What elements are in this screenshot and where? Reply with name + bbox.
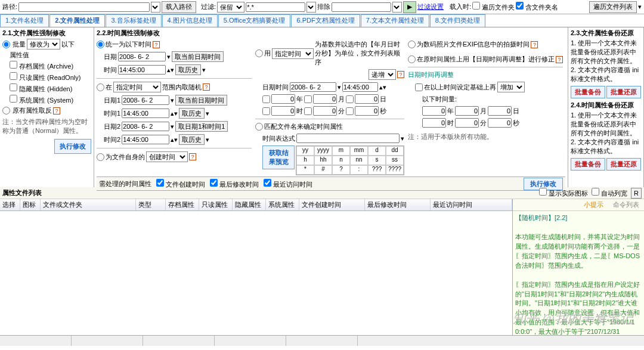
col-icon[interactable]: 图标 [20,199,41,210]
exclude-dropdown[interactable] [392,2,402,13]
calendar-icon[interactable]: ▾ [167,53,171,61]
exif-radio[interactable] [408,41,416,48]
inc-select[interactable]: 递增 [369,69,396,80]
date1-input[interactable] [122,95,169,105]
token-nn[interactable]: nn [350,156,368,165]
exclude-input[interactable] [332,2,391,12]
unify-radio[interactable] [97,41,104,48]
match-radio[interactable] [255,123,263,131]
dropdown-icon[interactable]: ▾ [638,3,642,11]
go-button[interactable]: ▶ [403,1,416,13]
col-hidden[interactable]: 隐藏属性 [233,199,266,210]
col-system[interactable]: 系统属性 [266,199,299,210]
calendar-icon[interactable]: ▾ [171,97,174,104]
token-yy[interactable]: yy [296,146,314,156]
range-radio[interactable] [97,83,104,91]
col-create[interactable]: 文件创建时间 [299,199,365,210]
year-check[interactable] [262,95,270,103]
help-icon[interactable]: ? [556,56,563,63]
tab-filename[interactable]: 1.文件名处理 [0,14,49,27]
tab-office[interactable]: 5.Office文档摘要处理 [218,14,291,27]
expr-input[interactable] [296,134,400,143]
filter-settings-link[interactable]: 过滤设置 [417,2,444,11]
batch-mode-select[interactable]: 修改为 [27,39,60,49]
second-check[interactable] [346,107,354,115]
token-colon[interactable]: : [350,165,368,175]
tab-file-attr[interactable]: 2.文件属性处理 [49,14,105,27]
adj-second[interactable] [488,118,512,128]
token-qqqq[interactable]: ???? [386,165,404,175]
help-icon[interactable]: ? [53,107,60,114]
time-input[interactable] [118,65,166,75]
r-button[interactable]: R [631,188,642,199]
get-now-button[interactable]: 取当前日期时间 [172,51,224,62]
invert-radio[interactable] [2,107,10,114]
help-icon[interactable]: ? [531,41,538,48]
year-input[interactable] [271,94,295,104]
hour-input[interactable] [271,106,295,116]
batch-radio[interactable] [2,41,10,48]
date2-input[interactable] [122,122,169,131]
token-s[interactable]: s [368,156,386,165]
history-button[interactable]: 取历史 [175,64,201,75]
second-input[interactable] [355,106,379,116]
path-input[interactable] [18,2,150,12]
token-n[interactable]: n [332,156,350,165]
calendar-icon[interactable]: ▾ [171,123,174,131]
token-d[interactable]: d [368,146,386,156]
spinner-icon[interactable]: ▴▾ [171,136,178,144]
system-check[interactable]: 系统属性 (System) [10,95,73,105]
dropdown-icon[interactable]: ▾ [206,110,209,117]
spinner-icon[interactable]: ▴▾ [171,110,178,117]
path-dropdown[interactable] [151,2,160,13]
token-qqq[interactable]: ??? [368,165,386,175]
tab-cmd[interactable]: 命令列表 [608,199,644,210]
file-list[interactable]: 选择 图标 文件或文件夹 类型 存档属性 只读属性 隐藏属性 系统属性 文件创建… [0,199,513,335]
exec21-button[interactable]: 执行修改 [54,139,91,154]
token-hash[interactable]: # [314,165,332,175]
month-check[interactable] [304,95,312,103]
range-mode-select[interactable]: 指定时间 [113,82,161,92]
dropdown-icon[interactable]: ▾ [202,66,206,74]
help-icon[interactable]: ? [153,41,160,48]
preview-button[interactable]: 获取结果预览 [262,145,295,169]
hour-check[interactable] [262,107,270,115]
backup23-button[interactable]: 批量备份 [571,86,605,98]
token-star[interactable]: * [296,165,314,175]
load-path-button[interactable]: 载入路径 [162,1,196,13]
time1-input[interactable] [122,109,169,118]
col-readonly[interactable]: 只读属性 [199,199,233,210]
col-path[interactable]: 文件或文件夹 [41,199,136,210]
tab-text-attr[interactable]: 7.文本文件属性处理 [361,14,429,27]
self-radio[interactable] [97,153,104,161]
help-icon[interactable]: ? [203,83,210,91]
tab-classify[interactable]: 8.文件归类处理 [430,14,485,27]
traverse-list-button[interactable]: 遍历文件列表 [589,1,637,13]
create-time-check[interactable]: 文件创建时间 [156,179,205,189]
traverse-folders-check[interactable]: 遍历文件夹 [472,2,515,12]
day-input[interactable] [355,94,379,104]
token-mm[interactable]: mm [350,146,368,156]
modify-time-check[interactable]: 最后修改时间 [210,179,259,189]
token-hh[interactable]: hh [314,156,332,165]
tab-hint[interactable]: 小提示 [579,199,608,210]
tab-music-tags[interactable]: 3.音乐标签处理 [106,14,161,27]
history1-button[interactable]: 取历史 [179,108,205,119]
help-icon[interactable]: ? [189,153,196,160]
token-yyyy[interactable]: yyyy [314,146,332,156]
get-d1t1-button[interactable]: 取日期1和时间1 [175,121,228,132]
self-mode-select[interactable]: 创建时间 [146,151,188,162]
date-input[interactable] [118,52,166,61]
adj-day[interactable] [488,106,512,116]
use-radio[interactable] [255,49,263,57]
include-names-check[interactable]: 含文件夹名 [516,2,558,12]
time2-input[interactable] [122,135,169,144]
col-archive[interactable]: 存档属性 [166,199,199,210]
ontop-mode-select[interactable]: 增加 [497,82,525,92]
token-ss[interactable]: ss [386,156,404,165]
get-now1-button[interactable]: 取当前日期时间 [175,95,227,106]
restore24-button[interactable]: 批量还原 [606,158,641,171]
auto-width-check[interactable]: 自动列宽 [592,188,627,198]
dt-time-input[interactable] [342,82,378,92]
adj-month[interactable] [455,106,479,116]
